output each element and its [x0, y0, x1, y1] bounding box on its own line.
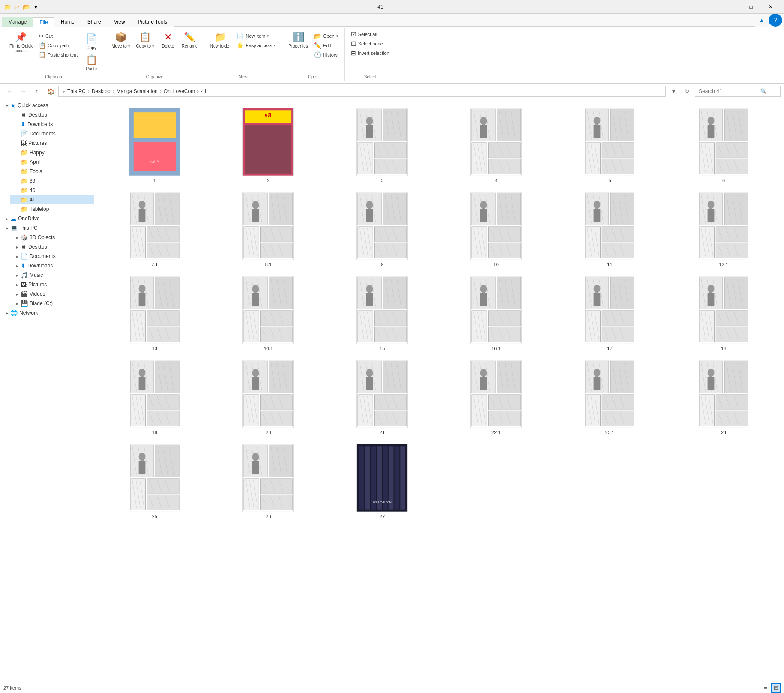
back-button[interactable]: ←: [3, 85, 15, 97]
invert-selection-button[interactable]: ⊟ Invert selection: [348, 49, 392, 57]
file-item-14.1[interactable]: 14.1: [213, 272, 324, 353]
sidebar-desktop-pc[interactable]: ▸ 🖥 Desktop: [10, 242, 94, 252]
file-item-22.1[interactable]: 22.1: [441, 356, 551, 437]
ribbon-collapse-button[interactable]: ▲: [755, 14, 769, 27]
file-cabinet-icon[interactable]: 📁: [3, 3, 11, 11]
rename-button[interactable]: ✏️ Rename: [179, 30, 200, 50]
easy-access-button[interactable]: ⭐ Easy access ▾: [234, 41, 278, 50]
sidebar-quick-access[interactable]: ▾ ★ Quick access: [0, 101, 94, 110]
sidebar-item-pictures[interactable]: 🖼 Pictures 📌: [10, 138, 94, 148]
sidebar-blade-c[interactable]: ▸ 💾 Blade (C:): [10, 299, 94, 308]
sidebar-music[interactable]: ▸ 🎵 Music: [10, 270, 94, 280]
file-item-24[interactable]: 24: [668, 356, 779, 437]
tab-file[interactable]: File: [33, 17, 54, 27]
select-all-button[interactable]: ☑ Select all: [348, 30, 392, 39]
details-view-button[interactable]: ≡: [761, 683, 770, 693]
search-icon[interactable]: 🔍: [760, 88, 767, 94]
edit-button[interactable]: ✏️ Edit: [311, 41, 341, 50]
file-item-21[interactable]: 21: [327, 356, 437, 437]
sidebar-this-pc[interactable]: ▸ 💻 This PC: [0, 223, 94, 233]
file-item-5[interactable]: 5: [555, 104, 665, 185]
path-oni-lovecom[interactable]: Oni LoveCom: [162, 87, 197, 95]
properties-button[interactable]: ℹ️ Properties: [286, 30, 311, 50]
new-item-button[interactable]: 📄 New item ▾: [234, 32, 278, 40]
delete-button[interactable]: ✕ Delete: [158, 30, 178, 50]
file-item-15[interactable]: 15: [327, 272, 437, 353]
sidebar-item-39[interactable]: 📁 39: [10, 176, 94, 186]
file-item-9[interactable]: 9: [327, 188, 437, 269]
file-item-2[interactable]: 6月2: [213, 104, 324, 185]
paste-button[interactable]: 📋 Paste: [81, 53, 102, 73]
file-item-26[interactable]: 26: [213, 440, 324, 521]
search-input[interactable]: [699, 88, 759, 94]
path-41[interactable]: 41: [199, 87, 208, 95]
search-box[interactable]: 🔍: [695, 86, 781, 97]
new-folder-button[interactable]: 📁 New folder: [208, 30, 233, 50]
address-path[interactable]: ▸ This PC › Desktop › Manga Scanlation ›…: [58, 86, 666, 97]
file-item-10[interactable]: 10: [441, 188, 551, 269]
file-item-16.1[interactable]: 16.1: [441, 272, 551, 353]
path-this-pc[interactable]: This PC: [66, 87, 87, 95]
close-button[interactable]: ✕: [761, 0, 781, 14]
copy-to-button[interactable]: 📋 Copy to ▾: [134, 30, 157, 50]
sidebar-item-fools[interactable]: 📁 Fools 📌: [10, 167, 94, 176]
open-button[interactable]: 📂 Open ▾: [311, 32, 341, 40]
tab-view[interactable]: View: [108, 17, 132, 27]
help-button[interactable]: ?: [769, 14, 782, 27]
path-manga-scanlation[interactable]: Manga Scanlation: [115, 87, 159, 95]
tab-home[interactable]: Home: [54, 17, 81, 27]
sidebar-item-april[interactable]: 📁 April 📌: [10, 157, 94, 167]
minimize-button[interactable]: ─: [721, 0, 741, 14]
up-button[interactable]: ↑: [31, 85, 43, 97]
file-item-6[interactable]: 6: [668, 104, 779, 185]
copy-path-button[interactable]: 📋 Copy path: [36, 41, 80, 50]
file-item-27[interactable]: ONI LOVE COM27: [327, 440, 437, 521]
file-item-11[interactable]: 11: [555, 188, 665, 269]
maximize-button[interactable]: □: [741, 0, 761, 14]
undo-icon[interactable]: ↩: [13, 3, 21, 11]
sidebar-item-downloads[interactable]: ⬇ Downloads 📌: [10, 120, 94, 129]
folder-icon[interactable]: 📂: [22, 3, 30, 11]
file-item-3[interactable]: 3: [327, 104, 437, 185]
file-item-1[interactable]: あがと1: [99, 104, 210, 185]
tab-manage[interactable]: Manage: [2, 17, 33, 27]
move-to-button[interactable]: 📦 Move to ▾: [109, 30, 132, 50]
breadcrumb-home-icon[interactable]: 🏠: [45, 85, 57, 97]
file-item-25[interactable]: 25: [99, 440, 210, 521]
path-desktop[interactable]: Desktop: [90, 87, 112, 95]
file-item-4[interactable]: 4: [441, 104, 551, 185]
select-none-button[interactable]: ☐ Select none: [348, 39, 392, 48]
sidebar-item-documents[interactable]: 📄 Documents 📌: [10, 129, 94, 138]
sidebar-downloads-pc[interactable]: ▸ ⬇ Downloads: [10, 261, 94, 270]
file-item-19[interactable]: 19: [99, 356, 210, 437]
path-dropdown-button[interactable]: ▾: [667, 85, 679, 97]
file-item-8.1[interactable]: 8.1: [213, 188, 324, 269]
file-item-12.1[interactable]: 12.1: [668, 188, 779, 269]
file-item-23.1[interactable]: 23.1: [555, 356, 665, 437]
file-item-17[interactable]: 17: [555, 272, 665, 353]
sidebar-item-happy[interactable]: 📁 Happy 📌: [10, 148, 94, 157]
sidebar-item-41[interactable]: 📁 41: [10, 195, 94, 204]
tab-picture-tools[interactable]: Picture Tools: [132, 17, 174, 27]
sidebar-item-tabletop[interactable]: 📁 Tabletop: [10, 204, 94, 214]
history-button[interactable]: 🕐 History: [311, 51, 341, 59]
sidebar-3d-objects[interactable]: ▸ 🎲 3D Objects: [10, 233, 94, 242]
sidebar-pictures-pc[interactable]: ▸ 🖼 Pictures: [10, 280, 94, 289]
pin-to-quick-access-button[interactable]: 📌 Pin to Quick access: [7, 30, 35, 55]
refresh-button[interactable]: ↻: [681, 85, 693, 97]
sidebar-item-40[interactable]: 📁 40: [10, 186, 94, 195]
sidebar-item-desktop[interactable]: 🖥 Desktop 📌: [10, 110, 94, 120]
forward-button[interactable]: →: [17, 85, 29, 97]
dropdown-arrow-icon[interactable]: ▾: [32, 3, 39, 11]
cut-button[interactable]: ✂ Cut: [36, 32, 80, 40]
paste-shortcut-button[interactable]: 📋 Paste shortcut: [36, 51, 80, 59]
tab-share[interactable]: Share: [81, 17, 108, 27]
file-item-13[interactable]: 13: [99, 272, 210, 353]
large-icon-view-button[interactable]: ⊞: [771, 683, 781, 693]
sidebar-videos[interactable]: ▸ 🎬 Videos: [10, 289, 94, 299]
file-item-20[interactable]: 20: [213, 356, 324, 437]
copy-button[interactable]: 📄 Copy: [81, 32, 102, 52]
sidebar-network[interactable]: ▸ 🌐 Network: [0, 308, 94, 318]
sidebar-onedrive[interactable]: ▸ ☁ OneDrive: [0, 214, 94, 223]
sidebar-documents-pc[interactable]: ▸ 📄 Documents: [10, 252, 94, 261]
